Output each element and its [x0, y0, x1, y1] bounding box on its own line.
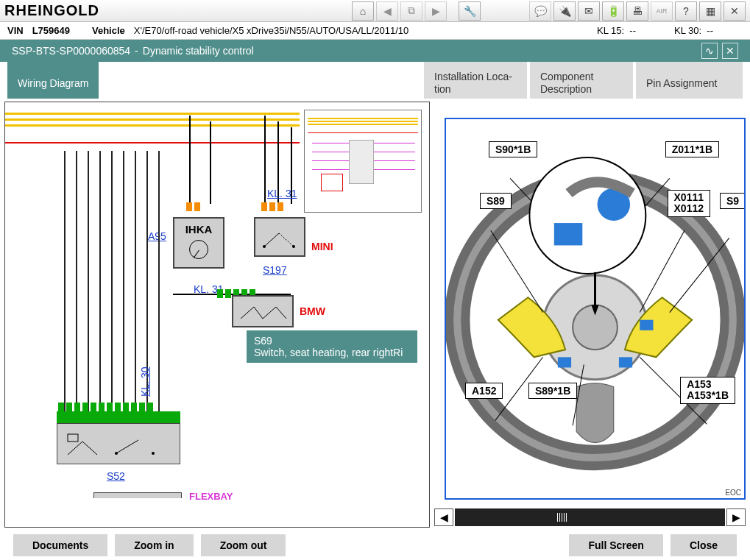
callout-s89: S89 — [480, 193, 512, 209]
vehicle-desc: X'/E70/off-road vehicle/X5 xDrive35i/N55… — [134, 25, 588, 36]
prev-icon[interactable]: ◀ — [376, 1, 398, 21]
tab-wiring-diagram[interactable]: Wiring Diagram — [7, 62, 99, 99]
callout-a153: A153A153*1B — [680, 377, 735, 404]
wiring-panel[interactable]: KL. 31 A95 IHKA MINI S197 — [4, 102, 430, 528]
callout-x0111-x0112: X0111X0112 — [668, 190, 710, 217]
image-scrollbar: ◀ ▶ — [434, 507, 746, 528]
air-icon[interactable]: AIR — [651, 1, 673, 21]
vin-value: L759649 — [32, 25, 70, 36]
tooltip-s69-desc: Switch, seat heating, rear rightRi — [254, 347, 410, 358]
content-row: KL. 31 A95 IHKA MINI S197 — [0, 99, 750, 531]
callout-a152: A152 — [465, 383, 503, 399]
vehicle-label: Vehicle — [92, 25, 125, 36]
scroll-thumb[interactable] — [557, 513, 567, 522]
svg-point-7 — [152, 452, 155, 455]
label-s52[interactable]: S52 — [107, 470, 125, 482]
layout-icon[interactable]: ▦ — [699, 1, 721, 21]
vin-label: VIN — [7, 25, 24, 36]
tooltip-s69-code: S69 — [254, 335, 410, 347]
kl15-label: KL 15: — [597, 25, 624, 36]
label-flexbay: FLEXBAY — [189, 491, 233, 502]
label-bmw: BMW — [300, 305, 325, 317]
wrench-icon[interactable]: 🔧 — [459, 1, 481, 21]
svg-line-3 — [279, 233, 294, 247]
callout-s9: S9 — [720, 193, 746, 209]
tooltip-s69: S69 Switch, seat heating, rear rightRi — [247, 330, 417, 363]
tab-component-description[interactable]: Component Description — [530, 62, 633, 99]
close-button[interactable]: Close — [671, 534, 737, 556]
svg-line-5 — [116, 440, 138, 453]
svg-rect-4 — [68, 434, 78, 442]
home-icon[interactable]: ⌂ — [352, 1, 374, 21]
svg-rect-13 — [619, 357, 632, 367]
print-icon[interactable]: 🖶 — [626, 1, 648, 21]
tab-installation-location[interactable]: Installation Loca­tion — [424, 62, 527, 99]
help-icon[interactable]: ? — [675, 1, 697, 21]
kl15-value: -- — [629, 25, 636, 36]
banner: SSP-BTS-SP0000060854 - Dynamic stability… — [0, 40, 750, 62]
battery-icon[interactable]: 🔋 — [602, 1, 624, 21]
tab-pin-assignment[interactable]: Pin Assignment — [636, 62, 743, 99]
documents-button[interactable]: Documents — [13, 534, 107, 556]
scroll-right-button[interactable]: ▶ — [726, 508, 746, 526]
close-window-icon[interactable]: ✕ — [724, 1, 746, 21]
callout-s90-1b: S90*1B — [489, 141, 537, 157]
kl30-value: -- — [707, 25, 713, 36]
svg-rect-12 — [558, 357, 571, 367]
banner-ssp: SSP-BTS-SP0000060854 — [12, 45, 130, 57]
label-mini: MINI — [311, 241, 333, 252]
copy-icon[interactable]: ⧉ — [400, 1, 422, 21]
svg-point-6 — [115, 452, 118, 455]
callout-s89-1b: S89*1B — [528, 383, 577, 399]
label-kl31-a[interactable]: KL. 31 — [267, 188, 297, 199]
chat-icon[interactable]: 💬 — [529, 1, 551, 21]
app-title: RHEINGOLD — [4, 2, 352, 19]
label-kl30[interactable]: KL. 30 — [139, 367, 151, 397]
zoom-out-button[interactable]: Zoom out — [201, 534, 286, 556]
full-screen-button[interactable]: Full Screen — [569, 534, 662, 556]
banner-title: Dynamic stability control — [143, 45, 254, 57]
callout-z011-1b: Z011*1B — [665, 141, 719, 157]
scroll-track[interactable] — [455, 508, 725, 526]
next-icon[interactable]: ▶ — [425, 1, 447, 21]
close-banner-icon[interactable]: ✕ — [722, 43, 738, 59]
installation-image[interactable]: S90*1B Z011*1B S89 X0111X0112 S9 A152 S8… — [445, 118, 746, 500]
plug-icon[interactable]: 🔌 — [553, 1, 576, 21]
svg-line-17 — [491, 230, 543, 312]
svg-point-1 — [263, 245, 266, 248]
svg-point-23 — [529, 157, 645, 274]
zoom-in-button[interactable]: Zoom in — [115, 534, 193, 556]
footer: Documents Zoom in Zoom out Full Screen C… — [0, 531, 750, 560]
toolbar-buttons: ⌂ ◀ ⧉ ▶ 🔧 💬 🔌 ✉ 🔋 🖶 AIR ? ▦ ✕ — [352, 1, 746, 21]
svg-rect-25 — [554, 223, 582, 245]
label-ihka: IHKA — [174, 223, 223, 235]
scroll-left-button[interactable]: ◀ — [434, 508, 453, 526]
label-eoc: EOC — [725, 489, 741, 497]
image-panel: S90*1B Z011*1B S89 X0111X0112 S9 A152 S8… — [434, 102, 746, 528]
svg-line-0 — [264, 233, 279, 247]
mail-icon[interactable]: ✉ — [578, 1, 600, 21]
tab-row: Wiring Diagram Installation Loca­tion Co… — [0, 62, 750, 99]
label-s197[interactable]: S197 — [263, 264, 287, 276]
vehicle-bar: VIN L759649 Vehicle X'/E70/off-road vehi… — [0, 22, 750, 40]
minimap[interactable] — [304, 110, 422, 213]
svg-rect-14 — [640, 320, 653, 330]
oscilloscope-icon[interactable]: ∿ — [701, 43, 718, 59]
label-a95[interactable]: A95 — [148, 230, 166, 242]
kl30-label: KL 30: — [674, 25, 701, 36]
top-toolbar: RHEINGOLD ⌂ ◀ ⧉ ▶ 🔧 💬 🔌 ✉ 🔋 🖶 AIR ? ▦ ✕ — [0, 0, 750, 22]
